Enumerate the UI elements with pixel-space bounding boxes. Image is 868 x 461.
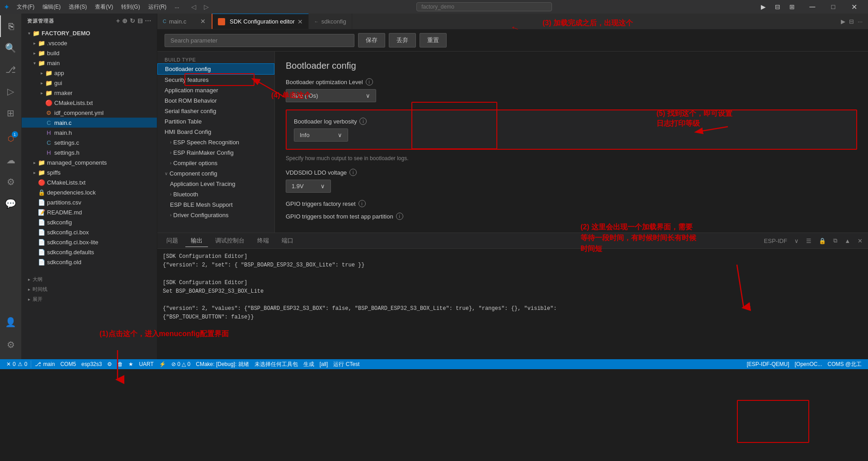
tree-item-rmaker[interactable]: ▸ 📁 rmaker (22, 88, 157, 98)
menu-edit[interactable]: 编辑(E) (39, 2, 64, 12)
terminal-close-icon[interactable]: ✕ (856, 237, 864, 245)
status-chip[interactable]: esp32s3 (79, 359, 104, 369)
nav-application-manager[interactable]: Application manager (157, 85, 274, 95)
tree-item-cmake-root[interactable]: ▸ 🔴 CMakeLists.txt (22, 177, 157, 187)
nav-bootloader-config[interactable]: Bootloader config (157, 63, 274, 75)
tree-outline[interactable]: ▸ 大纲 (22, 274, 157, 284)
opt-level-info-icon[interactable]: i (366, 78, 373, 86)
activity-run[interactable]: ▷ (0, 81, 22, 102)
status-all[interactable]: [all] (317, 359, 331, 369)
run-button[interactable]: ▶ (757, 1, 769, 12)
tree-item-mainc[interactable]: ▸ C main.c (22, 118, 157, 128)
new-file-icon[interactable]: + (116, 17, 120, 24)
editor-more-icon[interactable]: ··· (858, 18, 863, 25)
tree-item-vscode[interactable]: ▸ 📁 .vscode (22, 38, 157, 48)
gpio-boot-info-icon[interactable]: i (396, 213, 403, 220)
split-button[interactable]: ⊟ (771, 1, 784, 12)
status-0-errors[interactable]: ⊘ 0 △ 0 (169, 359, 193, 369)
menu-select[interactable]: 选择(S) (65, 2, 90, 12)
log-verbosity-select[interactable]: Info ∨ (294, 128, 348, 142)
menu-view[interactable]: 查看(V) (91, 2, 117, 12)
menu-run[interactable]: 运行(R) (145, 2, 170, 12)
maximize-button[interactable]: □ (823, 0, 844, 14)
tab-mainc-close[interactable]: ✕ (200, 18, 206, 25)
nav-app-level-tracing[interactable]: Application Level Tracing (157, 179, 274, 189)
nav-bluetooth[interactable]: › Bluetooth (157, 189, 274, 200)
activity-remote[interactable]: ☁ (0, 149, 22, 171)
status-star-icon[interactable]: ★ (126, 359, 136, 369)
tree-root[interactable]: ▾ 📁 FACTORY_DEMO (22, 28, 157, 38)
reset-button[interactable]: 重置 (420, 33, 447, 48)
nav-forward[interactable]: ▷ (201, 1, 212, 12)
nav-boot-rom[interactable]: Boot ROM Behavior (157, 95, 274, 106)
status-gear-icon[interactable]: ⚙ (104, 359, 115, 369)
terminal-dropdown-icon[interactable]: ∨ (793, 237, 801, 245)
tab-problems[interactable]: 问题 (161, 235, 184, 247)
tab-sdkconfig[interactable]: ← sdkconfig (309, 14, 352, 29)
menu-more[interactable]: ... (171, 2, 183, 12)
tree-item-sdkconfig[interactable]: ▸ 📄 sdkconfig (22, 217, 157, 227)
status-cmake[interactable]: CMake: [Debug]: 就绪 (193, 359, 251, 369)
activity-search[interactable]: 🔍 (0, 37, 22, 59)
tree-item-spiffs[interactable]: ▸ 📁 spiffs (22, 167, 157, 177)
tab-sdk[interactable]: SDK Configuration editor ✕ (212, 14, 309, 29)
tab-mainc[interactable]: C main.c ✕ (157, 14, 212, 29)
tree-item-main[interactable]: ▾ 📁 main (22, 58, 157, 68)
terminal-lock-icon[interactable]: 🔒 (817, 237, 828, 245)
tab-output[interactable]: 输出 (185, 235, 208, 247)
tree-item-deps[interactable]: ▸ 🔒 dependencies.lock (22, 187, 157, 197)
status-run-ctest[interactable]: 运行 CTest (330, 359, 362, 369)
minimize-button[interactable]: ─ (802, 0, 823, 14)
status-coms[interactable]: COMS @北工 (825, 361, 864, 368)
tree-item-mainh[interactable]: ▸ H main.h (22, 128, 157, 138)
tree-item-settingsh[interactable]: ▸ H settings.h (22, 147, 157, 157)
vddsdio-select[interactable]: 1.9V ∨ (286, 180, 331, 193)
search-parameter-input[interactable] (165, 34, 354, 47)
activity-profile[interactable]: 👤 (0, 311, 22, 333)
tree-expand[interactable]: ▸ 展开 (22, 294, 157, 304)
status-trash-icon[interactable]: 🗑 (115, 359, 126, 369)
menu-goto[interactable]: 转到(G) (118, 2, 143, 12)
tab-terminal[interactable]: 终端 (252, 235, 274, 247)
status-com[interactable]: COM5 (57, 359, 79, 369)
nav-security-features[interactable]: (4) 单击这个 Security features (157, 75, 274, 85)
tree-item-sdk-defaults[interactable]: ▸ 📄 sdkconfig.defaults (22, 247, 157, 257)
vddsdio-info-icon[interactable]: i (349, 169, 357, 176)
nav-hmi-board[interactable]: HMI Board Config (157, 127, 274, 137)
tree-timeline[interactable]: ▸ 时间线 (22, 284, 157, 294)
tree-item-settingsc[interactable]: ▸ C settings.c (22, 138, 157, 147)
menu-file[interactable]: 文件(F) (13, 2, 38, 12)
tree-item-partitions[interactable]: ▸ 📄 partitions.csv (22, 197, 157, 207)
tree-item-app[interactable]: ▸ 📁 app (22, 68, 157, 78)
activity-explorer[interactable]: ⎘ (0, 15, 22, 37)
more-actions-icon[interactable]: ··· (145, 17, 151, 24)
refresh-icon[interactable]: ↻ (130, 17, 136, 24)
opt-level-select[interactable]: Size (-Os) ∨ (286, 89, 376, 102)
close-button[interactable]: ✕ (844, 0, 864, 14)
tree-item-gui[interactable]: ▸ 📁 gui (22, 78, 157, 88)
layout-button[interactable]: ⊞ (786, 1, 798, 12)
status-build[interactable]: 生成 (301, 359, 317, 369)
tree-item-idf-yml[interactable]: ▸ ⚙ idf_component.yml (22, 108, 157, 118)
status-openocd[interactable]: [OpenOC... (792, 361, 825, 367)
nav-component-config[interactable]: ∨ Component config (157, 168, 274, 179)
activity-esp[interactable]: ⬡ 1 (0, 128, 22, 149)
status-lightning[interactable]: ⚡ (156, 359, 169, 369)
status-no-tool[interactable]: 未选择任何工具包 (252, 359, 301, 369)
terminal-copy-icon[interactable]: ⧉ (831, 236, 839, 245)
status-uart[interactable]: UART (136, 359, 156, 369)
activity-chat[interactable]: 💬 (0, 193, 22, 214)
new-folder-icon[interactable]: ⊕ (122, 17, 128, 24)
log-verbosity-info-icon[interactable]: i (359, 118, 367, 125)
terminal-list-icon[interactable]: ☰ (804, 237, 813, 245)
nav-serial-flasher[interactable]: Serial flasher config (157, 106, 274, 116)
nav-compiler-options[interactable]: › Compiler options (157, 158, 274, 168)
editor-split-icon[interactable]: ⊟ (849, 18, 854, 25)
titlebar-search-input[interactable] (416, 2, 552, 11)
activity-accounts[interactable]: ⚙ (0, 171, 22, 193)
discard-button[interactable]: 丢弃 (389, 33, 416, 48)
tree-item-sdk-old[interactable]: ▸ 📄 sdkconfig.old (22, 257, 157, 267)
tab-debug-console[interactable]: 调试控制台 (210, 235, 250, 247)
tab-port[interactable]: 端口 (276, 235, 299, 247)
tree-item-cmake-main[interactable]: ▸ 🔴 CMakeLists.txt (22, 98, 157, 108)
